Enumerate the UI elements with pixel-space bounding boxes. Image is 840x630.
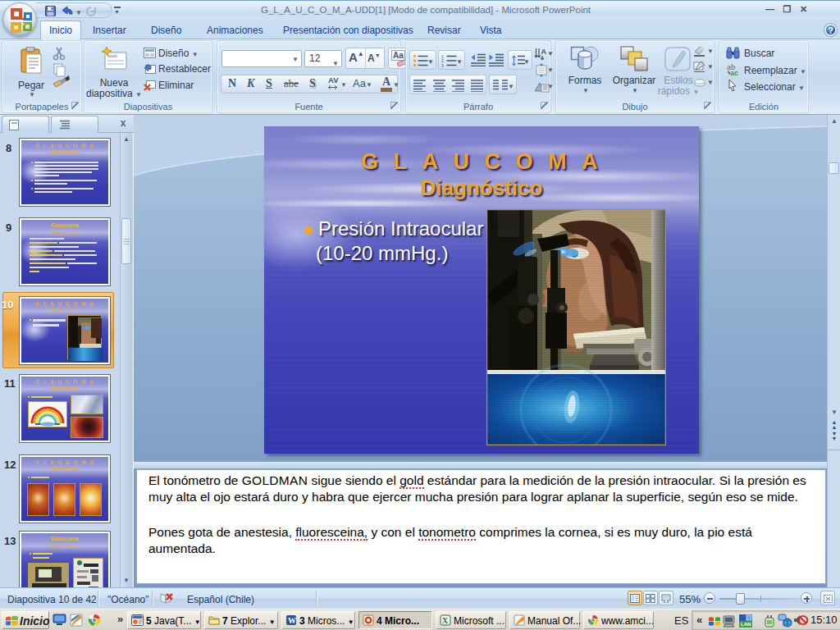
svg-text:ac: ac: [730, 69, 738, 76]
svg-text:X: X: [442, 616, 449, 625]
svg-text:3: 3: [441, 63, 444, 67]
svg-text:A: A: [541, 48, 547, 56]
svg-text:LAN: LAN: [741, 622, 751, 627]
svg-text:W: W: [288, 616, 296, 625]
